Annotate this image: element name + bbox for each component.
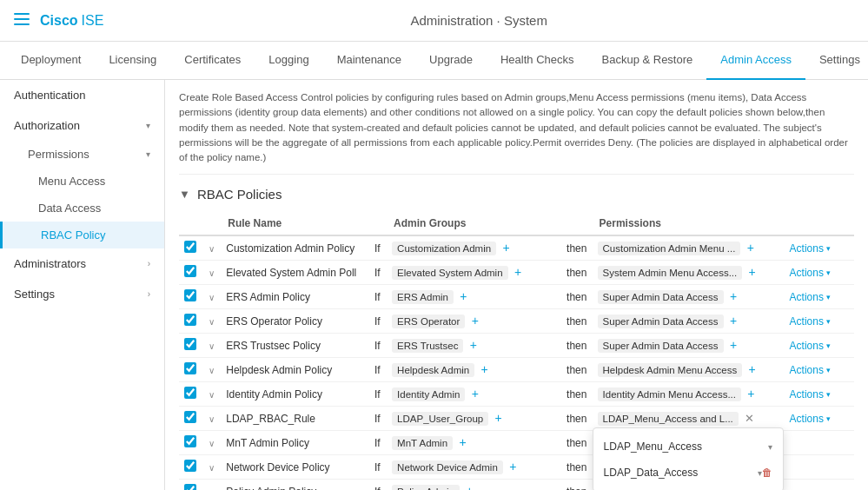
dropdown-chevron-1: ▾ bbox=[768, 442, 772, 452]
main-content: Create Role Based Access Control policie… bbox=[165, 80, 868, 490]
logo-ise: ISE bbox=[82, 13, 104, 29]
if-label: If bbox=[369, 309, 387, 334]
rule-name: Customization Admin Policy bbox=[221, 235, 369, 261]
row-checkbox[interactable] bbox=[184, 314, 196, 326]
then-label: then bbox=[561, 235, 593, 261]
add-group-icon[interactable]: + bbox=[459, 435, 466, 449]
add-group-icon[interactable]: + bbox=[472, 387, 479, 401]
row-checkbox[interactable] bbox=[184, 484, 196, 490]
add-perm-icon[interactable]: + bbox=[747, 241, 754, 255]
administrators-chevron: › bbox=[148, 259, 150, 268]
row-checkbox[interactable] bbox=[184, 460, 196, 472]
actions-button[interactable]: Actions ▾ bbox=[790, 388, 831, 401]
tab-admin-access[interactable]: Admin Access bbox=[706, 42, 805, 80]
th-admin-groups: Admin Groups bbox=[387, 212, 561, 235]
delete-dropdown-item-icon[interactable]: 🗑 bbox=[762, 467, 772, 479]
row-checkbox[interactable] bbox=[184, 435, 196, 447]
sidebar-item-menu-access[interactable]: Menu Access bbox=[0, 168, 164, 195]
add-perm-icon[interactable]: + bbox=[730, 314, 737, 328]
rule-name: Policy Admin Policy bbox=[221, 480, 369, 490]
remove-perm-icon[interactable]: ✕ bbox=[745, 412, 754, 425]
dropdown-item-1[interactable]: LDAP_Menu_Access ▾ bbox=[593, 434, 783, 460]
th-then bbox=[561, 212, 593, 235]
add-perm-icon[interactable]: + bbox=[749, 265, 756, 279]
permission-value: System Admin Menu Access... + bbox=[593, 261, 785, 285]
admin-group: LDAP_User_Group + bbox=[387, 407, 561, 431]
sidebar-item-administrators[interactable]: Administrators › bbox=[0, 248, 164, 279]
row-checkbox[interactable] bbox=[184, 411, 196, 423]
add-group-icon[interactable]: + bbox=[481, 362, 488, 376]
svg-rect-1 bbox=[14, 18, 30, 20]
add-group-icon[interactable]: + bbox=[472, 314, 479, 328]
table-row: ∨ Customization Admin Policy If Customiz… bbox=[179, 235, 854, 261]
collapse-icon[interactable]: ▼ bbox=[179, 188, 190, 201]
sidebar-item-authorization[interactable]: Authorization ▾ bbox=[0, 110, 164, 141]
row-checkbox[interactable] bbox=[184, 289, 196, 301]
row-expand-icon[interactable]: ∨ bbox=[209, 317, 215, 327]
actions-button[interactable]: Actions ▾ bbox=[790, 242, 831, 255]
svg-rect-2 bbox=[14, 23, 30, 25]
tab-backup-restore[interactable]: Backup & Restore bbox=[588, 42, 707, 80]
row-checkbox[interactable] bbox=[184, 338, 196, 350]
th-actions bbox=[785, 212, 854, 235]
actions-button[interactable]: Actions ▾ bbox=[790, 291, 831, 303]
rule-name: MnT Admin Policy bbox=[221, 431, 369, 455]
tab-certificates[interactable]: Certificates bbox=[170, 42, 255, 80]
tab-upgrade[interactable]: Upgrade bbox=[415, 42, 487, 80]
tab-health-checks[interactable]: Health Checks bbox=[487, 42, 588, 80]
row-expand-icon[interactable]: ∨ bbox=[209, 414, 215, 424]
tab-licensing[interactable]: Licensing bbox=[95, 42, 170, 80]
row-expand-icon[interactable]: ∨ bbox=[209, 463, 215, 473]
rule-name: Network Device Policy bbox=[221, 455, 369, 480]
add-group-icon[interactable]: + bbox=[466, 484, 473, 490]
row-expand-icon[interactable]: ∨ bbox=[209, 341, 215, 351]
then-label: then bbox=[561, 480, 593, 490]
rule-name: Identity Admin Policy bbox=[221, 382, 369, 407]
row-checkbox[interactable] bbox=[184, 387, 196, 399]
row-expand-icon[interactable]: ∨ bbox=[209, 293, 215, 302]
row-expand-icon[interactable]: ∨ bbox=[209, 390, 215, 400]
add-group-icon[interactable]: + bbox=[460, 289, 467, 303]
add-group-icon[interactable]: + bbox=[495, 411, 502, 425]
row-checkbox[interactable] bbox=[184, 265, 196, 277]
policy-table: Rule Name Admin Groups Permissions ∨ Cus… bbox=[179, 212, 854, 490]
logo-cisco: Cisco bbox=[40, 13, 78, 29]
sidebar-item-authentication[interactable]: Authentication bbox=[0, 80, 164, 110]
add-perm-icon[interactable]: + bbox=[749, 362, 756, 376]
sidebar-item-data-access[interactable]: Data Access bbox=[0, 195, 164, 222]
add-perm-icon[interactable]: + bbox=[730, 289, 737, 303]
actions-button[interactable]: Actions ▾ bbox=[790, 364, 831, 376]
add-perm-icon[interactable]: + bbox=[730, 338, 737, 352]
row-expand-icon[interactable]: ∨ bbox=[209, 244, 215, 254]
if-label: If bbox=[369, 235, 387, 261]
if-label: If bbox=[369, 334, 387, 358]
actions-button[interactable]: Actions ▾ bbox=[790, 267, 831, 279]
tab-logging[interactable]: Logging bbox=[255, 42, 322, 80]
sidebar-item-rbac-policy[interactable]: RBAC Policy bbox=[0, 222, 164, 248]
tab-settings[interactable]: Settings bbox=[805, 42, 868, 80]
sidebar-item-permissions[interactable]: Permissions ▾ bbox=[0, 141, 164, 168]
actions-button[interactable]: Actions ▾ bbox=[790, 340, 831, 352]
actions-button[interactable]: Actions ▾ bbox=[790, 315, 831, 328]
add-group-icon[interactable]: + bbox=[470, 338, 477, 352]
add-group-icon[interactable]: + bbox=[502, 241, 509, 255]
row-expand-icon[interactable]: ∨ bbox=[209, 268, 215, 278]
actions-button[interactable]: Actions ▾ bbox=[790, 413, 831, 425]
then-label: then bbox=[561, 261, 593, 285]
tab-deployment[interactable]: Deployment bbox=[7, 42, 95, 80]
menu-icon[interactable] bbox=[14, 13, 30, 28]
row-expand-icon[interactable]: ∨ bbox=[209, 366, 215, 375]
add-group-icon[interactable]: + bbox=[509, 460, 516, 473]
sidebar-item-settings[interactable]: Settings › bbox=[0, 279, 164, 309]
if-label: If bbox=[369, 285, 387, 309]
if-label: If bbox=[369, 431, 387, 455]
row-checkbox[interactable] bbox=[184, 362, 196, 374]
row-expand-icon[interactable]: ∨ bbox=[209, 439, 215, 448]
row-checkbox[interactable] bbox=[184, 241, 196, 253]
admin-group: ERS Admin + bbox=[387, 285, 561, 309]
dropdown-item-2[interactable]: LDAP_Data_Access ▾ 🗑 bbox=[593, 460, 783, 486]
add-group-icon[interactable]: + bbox=[514, 265, 521, 279]
add-perm-icon[interactable]: + bbox=[747, 387, 754, 401]
rule-name: LDAP_RBAC_Rule bbox=[221, 407, 369, 431]
tab-maintenance[interactable]: Maintenance bbox=[323, 42, 415, 80]
